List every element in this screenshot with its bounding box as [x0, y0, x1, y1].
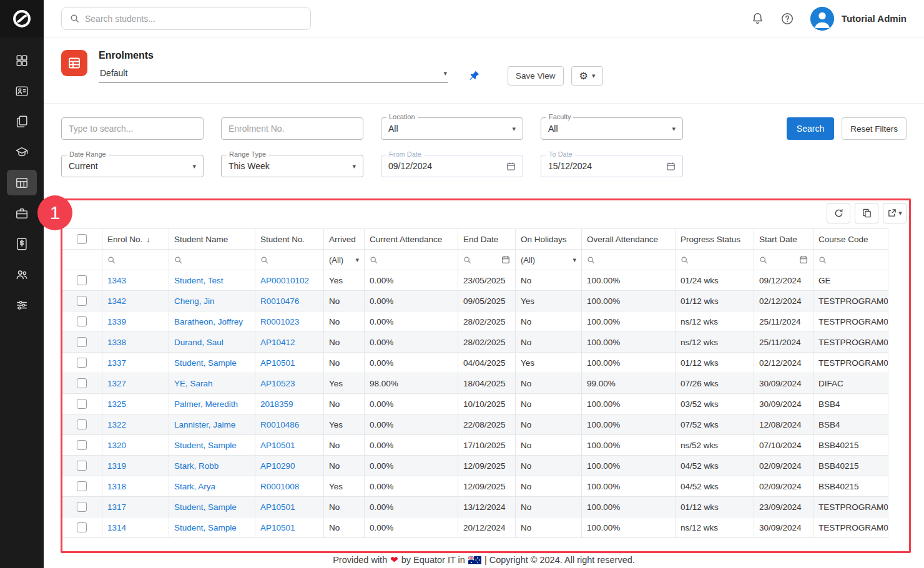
row-checkbox[interactable] — [77, 440, 87, 450]
enrol-no-link[interactable]: 1317 — [107, 502, 126, 512]
range-type-select[interactable]: Range Type This Week ▾ — [221, 155, 363, 177]
from-date-input[interactable]: From Date 09/12/2024 — [381, 155, 523, 177]
refresh-button[interactable] — [827, 203, 850, 223]
student-name-link[interactable]: Student, Sample — [174, 523, 237, 532]
calendar-icon[interactable] — [506, 162, 516, 171]
column-header-enrol_no[interactable]: Enrol No.↓ — [102, 229, 169, 250]
student-no-link[interactable]: AP10523 — [260, 379, 295, 388]
help-icon[interactable] — [780, 12, 794, 26]
student-name-link[interactable]: Student, Sample — [174, 358, 237, 368]
column-filter-select-arrived[interactable]: (All)▾ — [329, 255, 359, 265]
student-no-link[interactable]: AP00010102 — [260, 276, 309, 285]
column-search-icon[interactable] — [174, 256, 250, 264]
column-search-icon[interactable] — [818, 256, 883, 264]
row-checkbox[interactable] — [77, 461, 87, 471]
student-search-input[interactable] — [85, 14, 302, 24]
row-checkbox[interactable] — [77, 275, 87, 285]
row-checkbox[interactable] — [77, 316, 87, 326]
notifications-bell-icon[interactable] — [751, 12, 764, 25]
sidebar-item-agents[interactable] — [7, 262, 37, 287]
student-no-link[interactable]: AP10501 — [260, 502, 295, 512]
student-name-link[interactable]: YE, Sarah — [174, 379, 213, 388]
column-calendar-icon[interactable] — [799, 255, 808, 264]
column-search-icon[interactable] — [587, 256, 670, 264]
student-no-link[interactable]: AP10501 — [260, 523, 295, 532]
calendar-icon[interactable] — [666, 162, 676, 171]
column-search-icon[interactable] — [260, 256, 318, 264]
column-header-overall_attendance[interactable]: Overall Attendance — [582, 229, 676, 250]
student-no-link[interactable]: AP10412 — [260, 338, 295, 347]
view-settings-button[interactable]: ⚙ ▾ — [571, 66, 604, 86]
sidebar-item-courses[interactable] — [7, 139, 37, 165]
enrol-no-link[interactable]: 1327 — [107, 379, 126, 388]
search-button[interactable]: Search — [787, 117, 834, 140]
student-no-link[interactable]: AP10501 — [260, 358, 295, 368]
column-search-icon[interactable] — [681, 256, 749, 264]
to-date-input[interactable]: To Date 15/12/2024 — [541, 155, 683, 177]
enrol-no-link[interactable]: 1337 — [107, 358, 126, 368]
sidebar-item-documents[interactable] — [7, 109, 37, 134]
student-search-box[interactable] — [61, 7, 311, 30]
row-checkbox[interactable] — [77, 502, 87, 512]
student-no-link[interactable]: R0001023 — [260, 317, 299, 326]
column-search-icon[interactable] — [463, 256, 471, 264]
student-no-link[interactable]: AP10290 — [260, 461, 295, 471]
row-checkbox[interactable] — [77, 378, 87, 388]
column-header-course_code[interactable]: Course Code — [813, 229, 888, 250]
enrol-no-link[interactable]: 1314 — [107, 523, 126, 532]
select-all-checkbox[interactable] — [77, 234, 87, 244]
student-name-link[interactable]: Palmer, Meredith — [174, 399, 238, 409]
student-name-link[interactable]: Baratheon, Joffrey — [174, 317, 243, 326]
enrol-no-link[interactable]: 1342 — [107, 296, 126, 306]
student-name-link[interactable]: Cheng, Jin — [174, 296, 215, 306]
date-range-select[interactable]: Date Range Current ▾ — [61, 155, 204, 177]
column-search-icon[interactable] — [370, 256, 453, 264]
sidebar-item-enrolments[interactable] — [7, 170, 37, 195]
sidebar-item-jobs[interactable] — [7, 200, 37, 226]
enrolment-no-input[interactable] — [229, 124, 356, 134]
enrol-no-link[interactable]: 1320 — [107, 441, 126, 450]
student-no-link[interactable]: R0010486 — [260, 420, 299, 429]
student-no-link[interactable]: 2018359 — [260, 399, 293, 409]
user-menu[interactable]: Tutorial Admin — [810, 7, 907, 31]
sidebar-item-dashboard[interactable] — [7, 47, 37, 73]
column-header-student_name[interactable]: Student Name — [169, 229, 255, 250]
column-header-arrived[interactable]: Arrived — [324, 229, 365, 250]
column-header-start_date[interactable]: Start Date — [754, 229, 813, 250]
row-checkbox[interactable] — [77, 296, 87, 306]
student-name-link[interactable]: Student, Sample — [174, 502, 237, 512]
student-name-link[interactable]: Stark, Robb — [174, 461, 219, 471]
row-checkbox[interactable] — [77, 337, 87, 347]
location-select[interactable]: Location All ▾ — [381, 117, 523, 140]
enrol-no-link[interactable]: 1319 — [107, 461, 126, 471]
column-header-end_date[interactable]: End Date — [458, 229, 516, 250]
column-calendar-icon[interactable] — [501, 255, 510, 264]
sidebar-item-students[interactable] — [7, 78, 37, 104]
keyword-input[interactable] — [69, 124, 196, 134]
student-no-link[interactable]: R0010476 — [260, 296, 299, 306]
student-name-link[interactable]: Durand, Saul — [174, 338, 224, 347]
column-search-icon[interactable] — [759, 256, 767, 264]
column-header-on_holidays[interactable]: On Holidays — [516, 229, 582, 250]
save-view-button[interactable]: Save View — [508, 66, 564, 86]
export-button[interactable]: ▾ — [883, 203, 907, 223]
column-header-progress_status[interactable]: Progress Status — [676, 229, 754, 250]
app-logo[interactable] — [0, 0, 44, 37]
enrol-no-link[interactable]: 1325 — [107, 399, 126, 409]
enrol-no-link[interactable]: 1338 — [107, 338, 126, 347]
column-header-current_attendance[interactable]: Current Attendance — [365, 229, 458, 250]
copy-button[interactable] — [855, 203, 878, 223]
enrol-no-link[interactable]: 1322 — [107, 420, 126, 429]
row-checkbox[interactable] — [77, 419, 87, 429]
view-select[interactable]: Default ▾ — [99, 67, 448, 83]
student-name-link[interactable]: Stark, Arya — [174, 482, 215, 491]
sidebar-item-settings[interactable] — [7, 292, 37, 318]
student-no-link[interactable]: AP10501 — [260, 441, 295, 450]
column-header-student_no[interactable]: Student No. — [255, 229, 324, 250]
keyword-filter[interactable] — [61, 117, 204, 140]
row-checkbox[interactable] — [77, 358, 87, 368]
enrol-no-link[interactable]: 1318 — [107, 482, 126, 491]
column-filter-select-on_holidays[interactable]: (All)▾ — [521, 255, 576, 265]
enrol-no-link[interactable]: 1343 — [107, 276, 126, 285]
student-no-link[interactable]: R0001008 — [260, 482, 299, 491]
